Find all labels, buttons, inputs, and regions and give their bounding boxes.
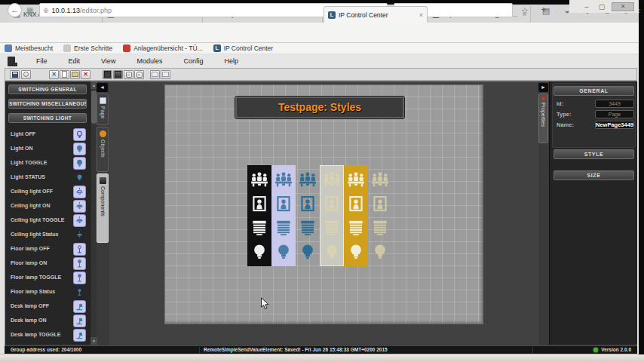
meeting-element-plain-teal[interactable] xyxy=(298,170,317,189)
menu-edit[interactable]: Edit xyxy=(58,57,91,65)
meeting-element-silver[interactable] xyxy=(322,170,342,189)
presence-element-black[interactable] xyxy=(250,194,269,213)
open-button[interactable] xyxy=(70,70,80,79)
getting-started-icon xyxy=(63,44,71,52)
field-value-id[interactable]: 3449 xyxy=(595,100,634,108)
align-v-button[interactable]: o xyxy=(134,70,144,79)
bulb-element-plain-beige[interactable] xyxy=(370,242,390,262)
scrollbar-thumb[interactable] xyxy=(91,90,97,124)
meeting-element-gold[interactable] xyxy=(346,170,366,189)
expand-properties-icon[interactable]: ► xyxy=(538,83,548,92)
presence-element-gold[interactable] xyxy=(346,194,366,213)
presence-element-lavender[interactable] xyxy=(274,194,293,213)
sidebar-item[interactable]: Floor lamp TOGGLE xyxy=(5,271,90,285)
blinds-element-silver[interactable] xyxy=(322,218,342,238)
bulb-element-plain-teal[interactable] xyxy=(298,242,317,262)
sidebar-section-0[interactable]: SWITCHING GENERAL xyxy=(8,84,87,94)
open-icon xyxy=(72,72,78,77)
back-button[interactable]: ← xyxy=(8,3,22,17)
panel-add-button[interactable] xyxy=(150,70,160,79)
align-h-button[interactable]: o xyxy=(124,70,133,79)
menu-file[interactable]: File xyxy=(26,57,58,65)
sidebar-item[interactable]: Light TOGGLE xyxy=(5,156,90,170)
delete-button[interactable]: ✕ xyxy=(81,70,90,79)
site-red-icon xyxy=(123,44,130,52)
sidebar-item[interactable]: Desk lamp OFF xyxy=(5,299,90,314)
bookmark-label: Erste Schritte xyxy=(74,44,112,52)
bookmark-item[interactable]: LIP Control Center xyxy=(213,44,274,52)
sidebar-item[interactable]: Light OFF xyxy=(5,127,90,142)
sidebar-item[interactable]: Ceiling light OFF xyxy=(5,185,90,199)
collapse-left-icon[interactable]: ◄ xyxy=(97,83,108,92)
section-size[interactable]: SIZE xyxy=(554,170,634,180)
scroll-down-icon[interactable]: ▼ xyxy=(90,337,97,345)
menu-modules[interactable]: Modules xyxy=(126,57,173,65)
tab-close-icon[interactable]: × xyxy=(419,11,423,19)
presence-element-silver[interactable] xyxy=(322,194,342,213)
bookmark-star-icon[interactable]: ☆ xyxy=(519,5,531,17)
blinds-element-plain-beige[interactable] xyxy=(370,218,390,238)
blinds-element-lavender[interactable] xyxy=(274,218,293,238)
close-button[interactable]: ✕ xyxy=(612,2,634,11)
presence-element-plain-beige[interactable] xyxy=(370,194,390,213)
sidebar-item[interactable]: Desk lamp ON xyxy=(5,314,90,328)
bookmarks-clipboard-icon[interactable]: ▤ xyxy=(540,5,552,17)
sidebar-item[interactable]: Floor lamp OFF xyxy=(5,242,90,256)
sidebar-item[interactable]: Floor lamp Status xyxy=(5,285,90,299)
browser-tab[interactable]: LIP Control Center× xyxy=(324,6,428,23)
menu-config[interactable]: Config xyxy=(173,57,213,65)
presence-element-plain-teal[interactable] xyxy=(298,194,317,213)
sidebar-item[interactable]: Floor lamp ON xyxy=(5,256,90,271)
grid-solid-button[interactable] xyxy=(103,70,112,79)
sidebar-item[interactable]: Light STATUS xyxy=(5,170,90,185)
bulb-element-silver[interactable] xyxy=(322,242,342,262)
tab-properties[interactable]: Properties xyxy=(538,94,548,143)
sidebar-item[interactable]: Desk lamp TOGGLE xyxy=(5,328,90,342)
section-style[interactable]: STYLE xyxy=(554,149,634,159)
meeting-element-lavender[interactable] xyxy=(274,170,293,189)
ipcc-icon: L xyxy=(213,44,221,52)
bookmark-item[interactable]: Anlagenübersicht - TÜ... xyxy=(123,44,203,52)
maximize-button[interactable]: ▢ xyxy=(596,2,607,11)
save-button[interactable] xyxy=(10,70,20,79)
sidebar-item[interactable]: Ceiling light TOGGLE xyxy=(5,213,90,228)
field-value-name[interactable]: NewPage3449 xyxy=(595,121,634,129)
new-page-button[interactable] xyxy=(60,70,69,79)
sidebar-item[interactable]: Ceiling light Status xyxy=(5,228,90,242)
sidebar-item[interactable]: Light ON xyxy=(5,142,90,156)
sidebar-section-1[interactable]: SWITCHING MISCELLANEOUS xyxy=(8,99,87,109)
tab-components[interactable]: Components xyxy=(97,173,109,243)
tab-page[interactable]: Page xyxy=(97,94,109,125)
meeting-element-black[interactable] xyxy=(250,170,269,189)
bulb-element-gold[interactable] xyxy=(346,242,366,262)
bulb-element-lavender[interactable] xyxy=(274,242,293,262)
sidebar-item-label: Ceiling light Status xyxy=(11,232,58,237)
sidebar-item[interactable]: Ceiling light ON xyxy=(5,199,90,213)
blinds-element-black[interactable] xyxy=(250,218,269,238)
grid-icon-button[interactable] xyxy=(113,70,123,79)
bookmark-item[interactable]: Meistbesucht xyxy=(5,44,53,52)
field-value-type[interactable]: Page xyxy=(595,110,634,118)
sidebar-item-label: Floor lamp ON xyxy=(11,260,47,265)
sidebar-scrollbar[interactable]: ▲ ▼ xyxy=(90,81,97,345)
sidebar-section-2[interactable]: SWITCHING LIGHT xyxy=(8,113,87,123)
panel-add2-button[interactable] xyxy=(161,70,170,79)
cut-button[interactable]: ✕ xyxy=(49,70,59,79)
bookmark-label: Meistbesucht xyxy=(15,44,53,52)
delete-icon: ✕ xyxy=(83,71,88,78)
minimize-button[interactable]: – xyxy=(581,2,592,11)
menu-view[interactable]: View xyxy=(90,57,126,65)
blinds-element-plain-teal[interactable] xyxy=(298,218,317,238)
field-label-type: Type: xyxy=(557,111,571,118)
field-label-id: Id: xyxy=(557,100,563,107)
site-grid-icon[interactable]: ▦ xyxy=(26,6,35,14)
bookmark-item[interactable]: Erste Schritte xyxy=(63,44,112,52)
page-title-element[interactable]: Testpage: Styles xyxy=(235,97,404,118)
menu-help[interactable]: Help xyxy=(213,57,249,65)
refresh-button[interactable] xyxy=(21,70,31,79)
meeting-element-plain-beige[interactable] xyxy=(370,170,390,189)
section-general[interactable]: GENERAL xyxy=(554,86,634,96)
blinds-element-gold[interactable] xyxy=(346,218,366,238)
bulb-element-black[interactable] xyxy=(250,242,269,262)
tab-objects[interactable]: Objects xyxy=(97,127,109,172)
